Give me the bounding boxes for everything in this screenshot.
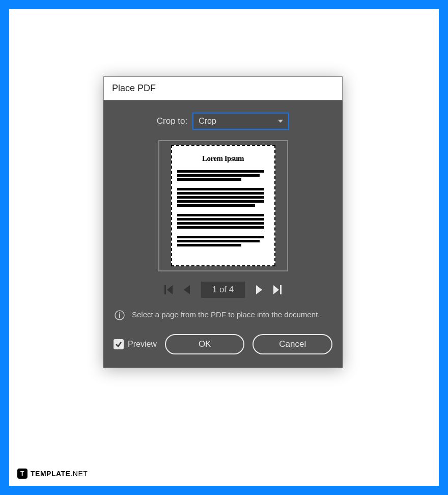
- page-navigation: 1 of 4: [114, 282, 332, 298]
- watermark: T TEMPLATE.NET: [17, 469, 88, 479]
- brand-icon: T: [17, 469, 27, 479]
- info-icon: [115, 310, 125, 320]
- crop-to-select[interactable]: Crop: [192, 113, 289, 130]
- prev-page-icon: [184, 285, 190, 294]
- svg-rect-1: [280, 285, 282, 294]
- brand-suffix: .NET: [70, 470, 88, 478]
- svg-point-3: [119, 312, 120, 313]
- svg-rect-4: [119, 314, 120, 318]
- pdf-page-thumbnail[interactable]: Lorem Ipsum: [171, 145, 275, 266]
- preview-checkbox-label: Preview: [128, 340, 157, 349]
- next-page-icon[interactable]: [256, 285, 262, 294]
- thumbnail-heading: Lorem Ipsum: [202, 154, 244, 163]
- place-pdf-dialog: Place PDF Crop to: Crop Lorem Ipsum: [103, 76, 343, 368]
- info-message: Select a page from the PDF to place into…: [114, 309, 332, 321]
- svg-rect-0: [164, 285, 166, 294]
- info-text: Select a page from the PDF to place into…: [132, 309, 320, 321]
- first-page-icon: [164, 285, 173, 294]
- preview-checkbox[interactable]: Preview: [114, 339, 157, 349]
- last-page-icon[interactable]: [273, 285, 282, 294]
- dialog-title: Place PDF: [103, 76, 343, 100]
- pdf-preview: Lorem Ipsum: [158, 140, 288, 271]
- thumbnail-body-lines: [177, 170, 269, 246]
- page-indicator[interactable]: 1 of 4: [201, 282, 245, 298]
- chevron-down-icon: [278, 120, 283, 123]
- brand-name: TEMPLATE: [31, 470, 70, 478]
- crop-to-label: Crop to:: [157, 116, 187, 126]
- ok-button[interactable]: OK: [165, 334, 245, 354]
- checkmark-icon: [114, 339, 124, 349]
- cancel-button[interactable]: Cancel: [253, 334, 332, 354]
- crop-to-value: Crop: [199, 117, 216, 126]
